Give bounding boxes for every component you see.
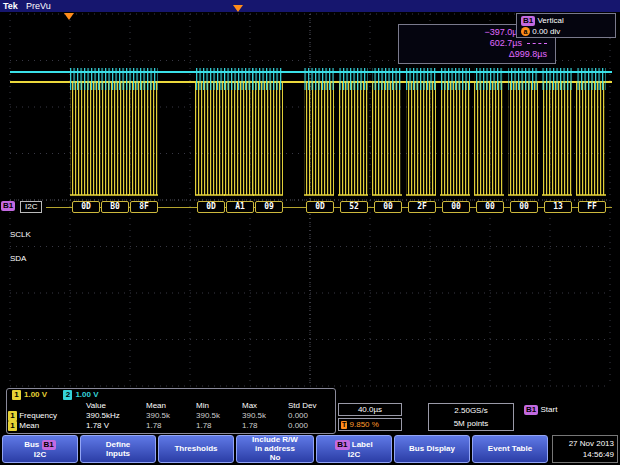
menu-thresholds-label: Thresholds: [159, 445, 233, 453]
ch2-badge[interactable]: 2: [63, 390, 72, 400]
bus-decode-bytes: 0DB08F0DA1090D52002F00000013FF: [0, 201, 620, 214]
bus-byte: 00: [374, 201, 402, 213]
meas-value: 1.78: [196, 421, 242, 431]
meas-value: 1.78: [242, 421, 288, 431]
trigger-position-marker[interactable]: [64, 13, 74, 20]
menu-bus-badge: B1: [42, 440, 56, 450]
timebase-readout: 40.0µs: [338, 403, 402, 416]
meas-name: Frequency: [17, 411, 57, 420]
trigger-t-icon: T: [341, 421, 347, 429]
meas-header: Value: [86, 401, 146, 411]
cursor-b-value: 602.7µs: [490, 38, 522, 48]
bus-byte: 2F: [408, 201, 436, 213]
meas-value: 0.000: [288, 421, 334, 431]
bus-vertical-readout: B1 Vertical a 0.00 div: [516, 13, 616, 38]
meas-header: Mean: [146, 401, 196, 411]
acquisition-readout: 2.50GS/s 5M points: [428, 403, 514, 431]
time-value: 14:56:49: [556, 449, 614, 460]
trigger-position-readout: T 9.850 %: [338, 418, 402, 431]
menu-bus-display-button[interactable]: Bus Display: [394, 435, 470, 463]
menu-label-value: I2C: [317, 451, 391, 459]
menu-define-inputs-button[interactable]: Define Inputs: [80, 435, 156, 463]
bus-byte: 8F: [130, 201, 158, 213]
menu-define-line1: Define: [81, 441, 155, 449]
menu-rw-line2: in address: [237, 445, 313, 453]
tek-logo: Tek: [3, 1, 18, 11]
bus-badge: B1: [521, 16, 535, 26]
bus-byte: 0D: [72, 201, 100, 213]
expansion-point-marker: [233, 5, 243, 12]
sda-label: SDA: [10, 254, 26, 263]
sclk-label: SCLK: [10, 230, 31, 239]
bus-byte: 52: [340, 201, 368, 213]
sample-rate: 2.50GS/s: [429, 404, 513, 417]
menu-label-badge: B1: [335, 440, 349, 450]
measurement-row: 1 Frequency390.5kHz390.5k390.5k390.5k0.0…: [8, 411, 334, 421]
meas-header: [8, 401, 86, 411]
menu-thresholds-button[interactable]: Thresholds: [158, 435, 234, 463]
bus-byte: 00: [442, 201, 470, 213]
measurement-table: ValueMeanMinMaxStd Dev1 Frequency390.5kH…: [8, 401, 334, 431]
meas-value: 390.5k: [146, 411, 196, 421]
vertical-label: Vertical: [537, 16, 563, 25]
menu-rw-value: No: [237, 454, 313, 462]
record-length: 5M points: [429, 417, 513, 430]
menu-bus-type: I2C: [3, 451, 77, 459]
acquisition-status: PreVu: [26, 1, 51, 11]
ch1-badge[interactable]: 1: [12, 390, 21, 400]
bus-byte: FF: [578, 201, 606, 213]
datetime-readout: 27 Nov 2013 14:56:49: [552, 435, 618, 463]
meas-value: 0.000: [288, 411, 334, 421]
meas-header: Min: [196, 401, 242, 411]
meas-value: 390.5k: [196, 411, 242, 421]
meas-ch-badge: 1: [8, 411, 17, 421]
titlebar: Tek PreVu: [0, 0, 620, 12]
menu-rw-line1: Include R/W: [237, 436, 313, 444]
cursor-b-dash: [527, 43, 547, 44]
date-value: 27 Nov 2013: [556, 438, 614, 449]
menu-bus-button[interactable]: Bus B1 I2C: [2, 435, 78, 463]
trigger-status: B1 Start: [524, 404, 557, 415]
menu-bus-display-label: Bus Display: [395, 445, 469, 453]
meas-name: Mean: [17, 421, 39, 430]
menu-include-rw-button[interactable]: Include R/W in address No: [236, 435, 314, 463]
cursor-delta-value: Δ999.8µs: [509, 49, 547, 59]
channel-scale-row: 11.00 V 21.00 V: [12, 390, 99, 400]
bus-byte: 13: [544, 201, 572, 213]
measurement-row: 1 Mean1.78 V1.781.781.780.000: [8, 421, 334, 431]
bus-byte: B0: [101, 201, 129, 213]
meas-value: 1.78: [146, 421, 196, 431]
trigger-bus-badge: B1: [524, 405, 538, 415]
bus-byte: 00: [476, 201, 504, 213]
menu-event-table-label: Event Table: [473, 445, 547, 453]
ch1-scale: 1.00 V: [24, 390, 47, 399]
meas-value: 390.5k: [242, 411, 288, 421]
bus-byte: A1: [226, 201, 254, 213]
multipurpose-knob-a-icon: a: [521, 27, 530, 36]
bus-byte: 0D: [197, 201, 225, 213]
bus-byte: 00: [510, 201, 538, 213]
menu-label-text: Label: [352, 440, 373, 449]
menu-label-button[interactable]: B1 Label I2C: [316, 435, 392, 463]
vertical-value: 0.00 div: [532, 27, 560, 36]
meas-header: Max: [242, 401, 288, 411]
bus-byte: 09: [255, 201, 283, 213]
trigger-mode: Start: [540, 405, 557, 414]
menu-event-table-button[interactable]: Event Table: [472, 435, 548, 463]
meas-value: 1.78 V: [86, 421, 146, 431]
menu-define-line2: Inputs: [81, 450, 155, 458]
ch2-scale: 1.00 V: [75, 390, 98, 399]
meas-ch-badge: 1: [8, 421, 17, 431]
meas-value: 390.5kHz: [86, 411, 146, 421]
menu-bus-label: Bus: [24, 440, 39, 449]
meas-header: Std Dev: [288, 401, 334, 411]
trigger-position-value: 9.850 %: [350, 420, 379, 429]
bus-byte: 0D: [306, 201, 334, 213]
